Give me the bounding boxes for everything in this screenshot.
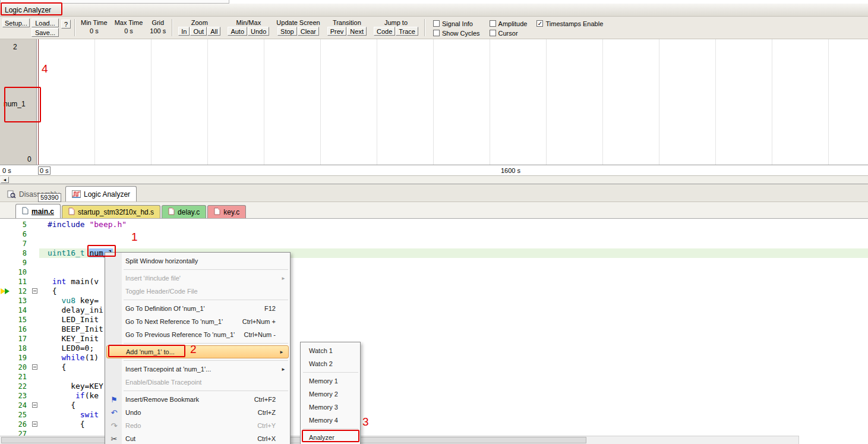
waveform-plot[interactable] <box>37 39 868 165</box>
tab-main-c[interactable]: main.c <box>15 204 61 218</box>
menu-item-label: Watch 1 <box>309 347 333 354</box>
code-segment: { <box>48 363 66 371</box>
menu-item-insert-tracepoint-at-num-1[interactable]: Insert Tracepoint at 'num_1'...► <box>105 363 290 376</box>
menu-item-undo[interactable]: ↶UndoCtrl+Z <box>105 406 290 419</box>
menu-item-label: Enable/Disable Tracepoint <box>125 379 201 386</box>
menu-separator <box>124 300 288 300</box>
menu-item-analyzer[interactable]: Analyzer <box>301 431 360 444</box>
line-number: 21 <box>10 372 30 382</box>
timestamps-enable-checkbox[interactable]: ✓ Timestamps Enable <box>536 20 603 27</box>
grid-value: 100 s <box>150 27 166 36</box>
checkbox-icon <box>490 20 496 27</box>
line-number: 11 <box>10 277 30 286</box>
menu-item-watch-2[interactable]: Watch 2 <box>301 357 360 370</box>
menu-item-label: Add 'num_1' to... <box>126 348 175 355</box>
load-button[interactable]: Load... <box>31 18 59 27</box>
menu-item-label: Go To Previous Reference To 'num_1' <box>125 331 235 338</box>
code-segment: key=KEY <box>48 382 103 391</box>
menu-item-go-to-next-reference-to-num-1[interactable]: Go To Next Reference To 'num_1'Ctrl+Num … <box>105 315 290 328</box>
help-button[interactable]: ? <box>61 20 71 29</box>
code-line-7[interactable]: 7 <box>0 239 868 248</box>
zoom-all-button[interactable]: All <box>207 27 220 36</box>
minmax-undo-button[interactable]: Undo <box>248 27 269 36</box>
line-number: 10 <box>10 267 30 277</box>
line-margin <box>0 334 10 344</box>
grid-label: Grid <box>151 18 164 27</box>
signal-name[interactable]: num_1 <box>4 100 26 108</box>
line-margin <box>0 239 10 248</box>
jump-trace-button[interactable]: Trace <box>396 27 418 36</box>
menu-item-insert-include-file: Insert '#include file'► <box>105 272 290 285</box>
redo-icon: ↷ <box>109 421 119 430</box>
fold-marker-icon[interactable] <box>30 286 39 296</box>
submenu-arrow-icon: ► <box>281 367 286 372</box>
tab-label: Logic Analyzer <box>84 190 130 199</box>
show-cycles-checkbox[interactable]: Show Cycles <box>433 29 480 37</box>
min-time-group: Min Time 0 s <box>77 18 111 36</box>
line-number: 13 <box>10 296 30 306</box>
code-segment <box>48 391 75 400</box>
fold-column <box>30 382 39 391</box>
fold-marker-icon[interactable] <box>30 401 39 410</box>
menu-item-watch-1[interactable]: Watch 1 <box>301 344 360 357</box>
transition-prev-button[interactable]: Prev <box>327 27 347 36</box>
tab-logic-analyzer[interactable]: Logic Analyzer <box>65 186 137 201</box>
analyzer-scrollbar[interactable]: ◄ <box>0 175 868 184</box>
minmax-auto-button[interactable]: Auto <box>228 27 247 36</box>
menu-item-cut[interactable]: ✂CutCtrl+X <box>105 432 290 444</box>
fold-column <box>30 277 39 286</box>
fold-marker-icon[interactable] <box>30 420 39 429</box>
update-screen-group: Update Screen Stop Clear <box>273 18 323 36</box>
undo-icon: ↶ <box>109 408 119 417</box>
fold-marker-icon[interactable] <box>30 363 39 372</box>
code-text <box>39 239 868 248</box>
cursor-checkbox[interactable]: Cursor <box>490 29 528 37</box>
scrollbar-thumb[interactable] <box>1 437 586 443</box>
menu-item-memory-3[interactable]: Memory 3 <box>301 401 360 414</box>
menu-item-memory-2[interactable]: Memory 2 <box>301 388 360 401</box>
jump-to-group: Jump to Code Trace <box>370 18 422 36</box>
transition-group: Transition Prev Next <box>324 18 370 36</box>
code-segment: delay_ini <box>48 306 103 314</box>
time-axis-origin: 0 s <box>2 167 11 174</box>
signal-info-checkbox[interactable]: Signal Info <box>433 20 480 27</box>
checkbox-label: Cursor <box>498 30 518 37</box>
update-stop-button[interactable]: Stop <box>277 27 297 36</box>
tab-delay-c[interactable]: delay.c <box>162 205 206 218</box>
checkbox-icon <box>490 30 496 36</box>
max-time-value: 0 s <box>124 27 133 36</box>
line-margin <box>0 220 10 229</box>
menu-item-insert-remove-bookmark[interactable]: ⚑Insert/Remove BookmarkCtrl+F2 <box>105 393 290 406</box>
cursor-time: 0 s <box>38 166 50 175</box>
logic-analyzer-toolbar: Setup... Load... Save... ? Min Time 0 s … <box>0 17 868 39</box>
code-line-6[interactable]: 6 <box>0 229 868 239</box>
fold-column <box>30 296 39 306</box>
menu-item-go-to-definition-of-num-1[interactable]: Go To Definition Of 'num_1'F12 <box>105 302 290 315</box>
tab-key-c[interactable]: key.c <box>207 205 246 218</box>
jump-code-button[interactable]: Code <box>374 27 395 36</box>
save-button[interactable]: Save... <box>31 28 59 37</box>
checkbox-label: Timestamps Enable <box>545 20 603 27</box>
menu-separator <box>303 429 358 429</box>
code-segment <box>48 277 52 286</box>
menu-item-go-to-previous-reference-to-num-1[interactable]: Go To Previous Reference To 'num_1'Ctrl+… <box>105 328 290 341</box>
menu-item-memory-4[interactable]: Memory 4 <box>301 414 360 427</box>
transition-next-button[interactable]: Next <box>347 27 367 36</box>
menu-item-memory-1[interactable]: Memory 1 <box>301 374 360 388</box>
tab-startup-stm32f10x-hd-s[interactable]: startup_stm32f10x_hd.s <box>62 205 160 218</box>
menu-item-split-window-horizontally[interactable]: Split Window horizontally <box>105 254 290 267</box>
code-segment: { <box>48 286 57 295</box>
zoom-out-button[interactable]: Out <box>190 27 207 36</box>
menu-item-add-num-1-to[interactable]: Add 'num_1' to...► <box>106 345 289 358</box>
context-menu: Split Window horizontallyInsert '#includ… <box>105 252 291 444</box>
code-segment: swit <box>80 410 99 419</box>
scroll-left-button[interactable]: ◄ <box>1 177 9 183</box>
zoom-in-button[interactable]: In <box>178 27 190 36</box>
amplitude-checkbox[interactable]: Amplitude <box>490 20 528 27</box>
fold-column <box>30 239 39 248</box>
max-time-group: Max Time 0 s <box>111 18 147 36</box>
fold-column <box>30 410 39 420</box>
code-line-5[interactable]: 5#include "beep.h" <box>0 220 868 229</box>
setup-button[interactable]: Setup... <box>2 18 30 27</box>
update-clear-button[interactable]: Clear <box>298 27 319 36</box>
